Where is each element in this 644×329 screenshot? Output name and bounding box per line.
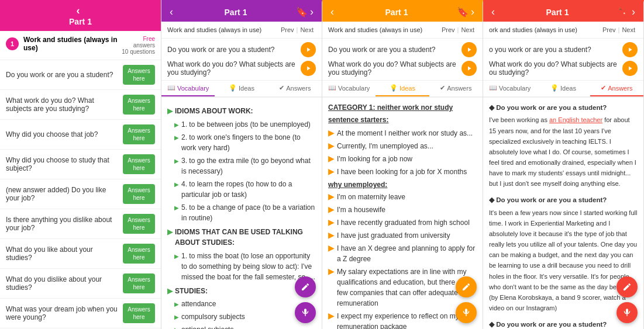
panel2-fab-container — [295, 276, 316, 323]
question-text: Is there anything you dislike about your… — [6, 216, 123, 232]
tab4-ideas[interactable]: 💡 Ideas — [536, 81, 590, 96]
ideas-item: ▶At the moment I neither work nor study … — [328, 128, 477, 138]
vocab-section-title: ▶IDIOMS THAT CAN BE USED TALKING ABOUT S… — [167, 227, 316, 248]
vocab-item: ▶2. to work one's fingers to the bone (t… — [167, 132, 316, 153]
panel3-topic-label: Work and studies (always in use) — [328, 26, 439, 33]
panel3-mic-fab[interactable] — [456, 302, 477, 323]
panel4-questions: o you work or are you a student? What wo… — [483, 39, 643, 81]
tab4-vocabulary[interactable]: 📖 Vocabulary — [483, 81, 536, 96]
panel2-q2-play[interactable] — [301, 61, 316, 76]
panel4-q2-play[interactable] — [622, 61, 638, 76]
ideas-item: ▶I'm looking for a job now — [328, 154, 477, 164]
panel4-tabs: 📖 Vocabulary 💡 Ideas ✔ Answers — [483, 81, 643, 98]
panel3-edit-fab[interactable] — [456, 276, 477, 297]
tab-vocabulary[interactable]: 📖 Vocabulary — [161, 81, 215, 96]
answer-link[interactable]: an English teacher — [549, 116, 602, 123]
answers-button[interactable]: Answers here — [123, 244, 155, 264]
answers-button[interactable]: Answers here — [123, 303, 155, 323]
answers-button[interactable]: Answers here — [123, 154, 155, 174]
panel3-next-btn[interactable]: Next — [459, 25, 477, 34]
ideas-category: CATEGORY 1: neither work nor study — [328, 102, 477, 113]
answers-button[interactable]: Answers here — [123, 124, 155, 144]
answers-button[interactable]: Answers here — [123, 273, 155, 293]
vocab-section-title: ▶STUDIES: — [167, 286, 316, 297]
list-item: What work do you do? What subjects are y… — [0, 90, 161, 120]
list-item: Why did you choose to study that subject… — [0, 150, 161, 179]
panel4-edit-fab[interactable] — [617, 276, 638, 297]
vocab-item: ▶5. to be a change of pace (to be a vari… — [167, 202, 316, 223]
vocab-item: ▶4. to learn the ropes (to how to do a p… — [167, 179, 316, 200]
topic-title: Work and studies (always in use) — [23, 36, 118, 52]
panel2-q1-play[interactable] — [301, 42, 316, 57]
panel1-topic-bar: 1 Work and studies (always in use) Free … — [0, 31, 161, 60]
ideas-item: ▶I have just graduated from university — [328, 230, 477, 241]
list-item: Is there anything you dislike about your… — [0, 209, 161, 239]
answer-text: I've been working as an English teacher … — [489, 115, 638, 189]
panel4-q2: What work do you do? What subjects are o… — [489, 60, 638, 77]
panel1-back-icon[interactable]: ‹ — [77, 5, 80, 17]
panel2-edit-fab[interactable] — [295, 276, 316, 297]
tab3-vocabulary[interactable]: 📖 Vocabulary — [322, 81, 376, 96]
vocab-section-title: ▶IDIOMS ABOUT WORK: — [167, 106, 316, 117]
panel3-back-icon[interactable]: ‹ — [328, 6, 336, 18]
panel3-prev-btn[interactable]: Prev — [439, 25, 457, 34]
panel2-fwd-icon[interactable]: › — [308, 6, 316, 18]
answers-button[interactable]: Answers here — [123, 214, 155, 234]
answer-question: ◆ Do you work or are you a student? — [489, 195, 638, 205]
panel3-fab-container — [456, 276, 477, 323]
panel4-next-btn[interactable]: Next — [619, 25, 638, 34]
panel3-fwd-icon[interactable]: › — [469, 6, 477, 18]
panel3-nav: Work and studies (always in use) Prev | … — [322, 22, 483, 39]
question-text: Do you work or are you a student? — [6, 71, 123, 79]
question-text: Why did you choose that job? — [6, 130, 123, 138]
answers-button[interactable]: Answers here — [123, 95, 155, 115]
panel4-title: Part 1 — [497, 8, 618, 17]
panel3-q1-play[interactable] — [462, 42, 477, 57]
ideas-item: ▶I have an X degree and planning to appl… — [328, 243, 477, 264]
panel2-back-icon[interactable]: ‹ — [167, 6, 175, 18]
list-item: Why did you choose that job?Answers here — [0, 120, 161, 150]
panel4-bookmark-icon[interactable]: 🔖 — [618, 6, 629, 18]
panel4-nav: ork and studies (always in use) Prev | N… — [483, 22, 643, 39]
panel4-prev-btn[interactable]: Prev — [600, 25, 618, 34]
tab-answers[interactable]: ✔ Answers — [268, 81, 322, 96]
panel4-q1: o you work or are you a student? — [489, 42, 638, 57]
tab3-ideas[interactable]: 💡 Ideas — [376, 81, 429, 96]
question-text: What do you dislike about your studies? — [6, 275, 123, 292]
panel1-header: ‹ Part 1 — [0, 0, 161, 31]
question-text: What work do you do? What subjects are y… — [6, 96, 123, 113]
panel2-q2: What work do you do? What subjects are y… — [167, 60, 316, 77]
list-item: What do you like about your studies?Answ… — [0, 239, 161, 269]
list-item: What do you dislike about your studies?A… — [0, 269, 161, 299]
vocab-item: ▶3. to go the extra mile (to go beyond w… — [167, 155, 316, 176]
vocab-item: ▶optional subjects — [167, 324, 316, 329]
panel2-bookmark-icon[interactable]: 🔖 — [296, 6, 308, 18]
panel4-topic-label: ork and studies (always in use) — [489, 26, 600, 33]
panel2-next-btn[interactable]: Next — [298, 25, 316, 34]
question-text: What was your dream job when you were yo… — [6, 305, 123, 321]
panel3-q2: What work do you do? What subjects are y… — [328, 60, 477, 77]
panel4-q1-play[interactable] — [622, 42, 638, 57]
answers-button[interactable]: Answers here — [123, 65, 155, 85]
panel2-prev-btn[interactable]: Prev — [278, 25, 297, 34]
panel4-header: ‹ Part 1 🔖 › — [483, 2, 643, 22]
panel3-bookmark-icon[interactable]: 🔖 — [457, 6, 469, 18]
list-item: Do you work or are you a student?Answers… — [0, 60, 161, 90]
answers-button[interactable]: Answers here — [123, 184, 155, 204]
ideas-item: ▶Currently, I'm unemployed as... — [328, 141, 477, 151]
answer-question: ◆ Do you work or are you a student? — [489, 102, 638, 113]
tab-ideas[interactable]: 💡 Ideas — [215, 81, 268, 96]
tab4-answers[interactable]: ✔ Answers — [590, 81, 643, 96]
panel3-q2-play[interactable] — [462, 61, 477, 76]
tab3-answers[interactable]: ✔ Answers — [429, 81, 483, 96]
list-item: (new answer added) Do you like your job?… — [0, 179, 161, 209]
ideas-item: ▶I'm on maternity leave — [328, 192, 477, 202]
question-list: Do you work or are you a student?Answers… — [0, 60, 161, 329]
panel4-mic-fab[interactable] — [617, 302, 638, 323]
panel3-header: ‹ Part 1 🔖 › — [322, 2, 483, 22]
panel4-fwd-icon[interactable]: › — [629, 6, 638, 18]
panel1-title: Part 1 — [69, 17, 92, 26]
panel4-back-icon[interactable]: ‹ — [489, 6, 497, 18]
panel2-mic-fab[interactable] — [295, 302, 316, 323]
panel4-fab-container — [617, 276, 638, 323]
